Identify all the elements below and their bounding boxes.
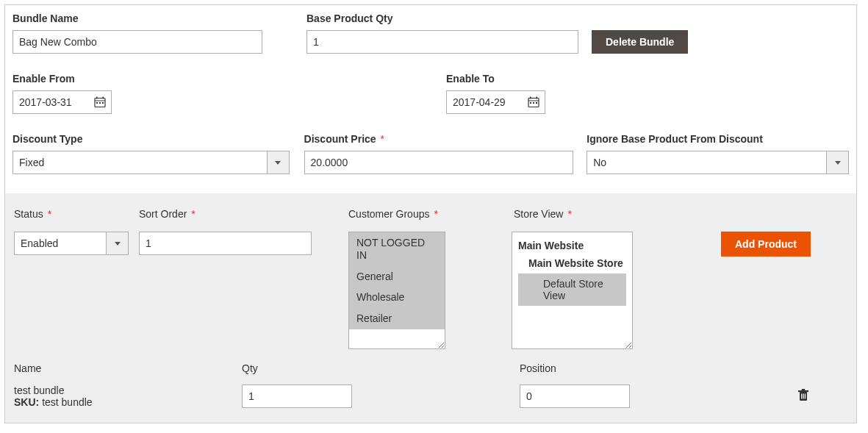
customer-group-option[interactable]: Wholesale xyxy=(349,287,445,308)
ignore-base-label: Ignore Base Product From Discount xyxy=(587,133,849,145)
ignore-base-select[interactable]: No xyxy=(587,151,849,174)
store-view-store[interactable]: Main Website Store xyxy=(518,257,626,269)
svg-rect-15 xyxy=(798,390,808,392)
sub-controls-row: Enabled NOT LOGGED IN General Wholesale … xyxy=(14,232,847,349)
bundle-name-input[interactable] xyxy=(12,30,262,54)
svg-rect-2 xyxy=(96,97,98,99)
discount-type-value: Fixed xyxy=(13,151,267,173)
chevron-down-icon xyxy=(826,151,848,173)
add-product-button[interactable]: Add Product xyxy=(721,232,811,257)
calendar-icon[interactable] xyxy=(523,91,545,113)
bundle-edit-panel: Bundle Name Base Product Qty Delete Bund… xyxy=(4,4,857,423)
product-name-cell: test bundle SKU: test bundle xyxy=(14,384,242,408)
product-sku-label: SKU: xyxy=(14,396,39,408)
product-name: test bundle xyxy=(14,384,242,396)
svg-rect-16 xyxy=(802,389,806,390)
product-sku-line: SKU: test bundle xyxy=(14,396,242,408)
store-view-label: Store View xyxy=(514,208,572,220)
base-product-qty-field: Base Product Qty xyxy=(306,12,578,54)
row-discount: Discount Type Fixed Discount Price Ignor… xyxy=(12,133,849,174)
discount-type-label: Discount Type xyxy=(12,133,290,145)
row-enable-dates: Enable From 2017-03-31 Enable To 2017-04… xyxy=(12,73,849,114)
row-bundle-name: Bundle Name Base Product Qty Delete Bund… xyxy=(12,12,849,54)
discount-price-label: Discount Price xyxy=(304,133,574,145)
bundle-name-field: Bundle Name xyxy=(12,12,262,54)
product-sub-panel: Status Sort Order Customer Groups Store … xyxy=(5,193,856,423)
enable-from-label: Enable From xyxy=(12,73,262,85)
customer-group-option[interactable]: General xyxy=(349,266,445,287)
product-qty-input[interactable] xyxy=(242,384,352,408)
product-header-qty: Qty xyxy=(242,362,520,374)
status-select[interactable]: Enabled xyxy=(14,232,129,255)
status-label: Status xyxy=(14,208,51,220)
svg-rect-4 xyxy=(96,102,98,104)
enable-from-input[interactable]: 2017-03-31 xyxy=(12,90,112,114)
calendar-icon[interactable] xyxy=(89,91,111,113)
ignore-base-field: Ignore Base Product From Discount No xyxy=(587,133,849,174)
svg-rect-3 xyxy=(103,97,104,99)
sort-order-label: Sort Order xyxy=(139,208,196,220)
sub-header-row: Status Sort Order Customer Groups Store … xyxy=(14,208,847,220)
product-header-position: Position xyxy=(520,362,847,374)
svg-rect-19 xyxy=(805,393,806,398)
store-view-website[interactable]: Main Website xyxy=(518,240,626,251)
chevron-down-icon xyxy=(267,151,289,173)
store-view-select[interactable]: Main Website Main Website Store Default … xyxy=(512,232,633,349)
delete-bundle-wrap: Delete Bundle xyxy=(592,30,688,54)
product-header-name: Name xyxy=(14,362,242,374)
svg-rect-11 xyxy=(530,102,531,104)
customer-group-option[interactable]: Retailer xyxy=(349,308,445,329)
customer-groups-label: Customer Groups xyxy=(348,208,438,220)
customer-group-option[interactable]: NOT LOGGED IN xyxy=(349,232,445,266)
product-qty-cell xyxy=(242,384,520,408)
enable-from-value: 2017-03-31 xyxy=(13,91,89,113)
product-sku: test bundle xyxy=(42,396,93,408)
product-table-header: Name Qty Position xyxy=(14,362,847,374)
svg-rect-9 xyxy=(530,97,531,99)
discount-price-input[interactable] xyxy=(304,151,574,174)
enable-from-field: Enable From 2017-03-31 xyxy=(12,73,262,114)
bundle-name-label: Bundle Name xyxy=(12,12,262,24)
sort-order-input[interactable] xyxy=(139,232,312,255)
base-product-qty-input[interactable] xyxy=(306,30,578,54)
product-position-input[interactable] xyxy=(520,384,630,408)
base-product-qty-label: Base Product Qty xyxy=(306,12,578,24)
enable-to-label: Enable To xyxy=(446,73,545,85)
status-value: Enabled xyxy=(15,232,106,254)
discount-price-field: Discount Price xyxy=(304,133,574,174)
ignore-base-value: No xyxy=(587,151,826,173)
svg-rect-18 xyxy=(803,393,803,398)
svg-rect-17 xyxy=(801,393,802,398)
svg-rect-5 xyxy=(99,102,101,104)
svg-rect-10 xyxy=(537,97,538,99)
discount-type-select[interactable]: Fixed xyxy=(12,151,290,174)
svg-rect-12 xyxy=(533,102,534,104)
delete-bundle-button[interactable]: Delete Bundle xyxy=(592,30,688,54)
trash-icon[interactable] xyxy=(797,389,809,404)
product-position-cell xyxy=(520,384,797,408)
svg-rect-6 xyxy=(102,102,104,104)
product-row: test bundle SKU: test bundle xyxy=(14,380,847,415)
chevron-down-icon xyxy=(106,232,128,254)
customer-groups-multiselect[interactable]: NOT LOGGED IN General Wholesale Retailer xyxy=(348,232,445,349)
enable-to-field: Enable To 2017-04-29 xyxy=(446,73,545,114)
enable-to-value: 2017-04-29 xyxy=(447,91,523,113)
store-view-view[interactable]: Default Store View xyxy=(518,273,626,306)
enable-to-input[interactable]: 2017-04-29 xyxy=(446,90,545,114)
discount-type-field: Discount Type Fixed xyxy=(12,133,290,174)
svg-rect-13 xyxy=(536,102,537,104)
